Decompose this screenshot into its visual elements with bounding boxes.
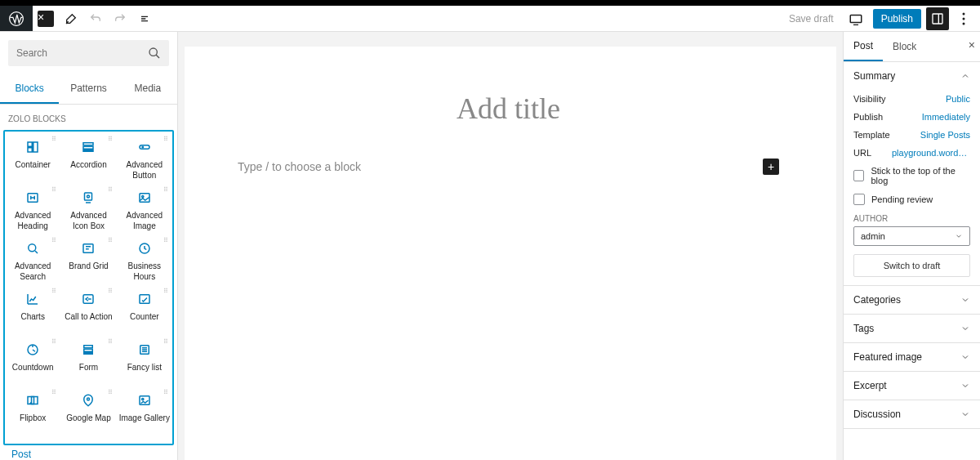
- visibility-label: Visibility: [853, 94, 886, 104]
- block-item-call-to-action[interactable]: ⠿Call to Action: [60, 285, 116, 336]
- counter-icon: [136, 290, 153, 308]
- author-select[interactable]: admin: [853, 226, 970, 246]
- author-label: AUTHOR: [853, 209, 970, 226]
- block-item-container[interactable]: ⠿Container: [5, 133, 60, 184]
- chevron-down-icon: [960, 409, 970, 419]
- block-item-extra-0[interactable]: ⠿: [3, 445, 60, 447]
- container-icon: [24, 138, 41, 156]
- settings-panel-icon[interactable]: [926, 7, 949, 30]
- panel-tags-toggle[interactable]: Tags: [844, 315, 980, 342]
- add-block-button[interactable]: +: [763, 159, 779, 175]
- call-to-action-icon: [80, 290, 96, 308]
- url-value[interactable]: playground.wordpress…: [892, 148, 970, 158]
- post-type-link[interactable]: Post: [0, 447, 177, 460]
- pending-checkbox[interactable]: [853, 194, 865, 205]
- visibility-value[interactable]: Public: [946, 94, 970, 104]
- block-item-google-map[interactable]: ⠿Google Map: [60, 386, 116, 437]
- close-sidebar-icon[interactable]: ×: [969, 38, 975, 51]
- sticky-checkbox[interactable]: [853, 170, 864, 181]
- tab-media[interactable]: Media: [118, 74, 177, 104]
- svg-rect-2: [933, 14, 942, 24]
- switch-to-draft-button[interactable]: Switch to draft: [853, 254, 970, 277]
- block-item-extra-1[interactable]: ⠿: [60, 445, 118, 447]
- pending-label: Pending review: [871, 194, 933, 204]
- tab-blocks[interactable]: Blocks: [0, 74, 59, 104]
- block-item-flipbox[interactable]: ⠿Flipbox: [5, 386, 60, 437]
- block-label: Countdown: [12, 362, 54, 373]
- options-icon[interactable]: [954, 7, 973, 30]
- block-item-image-gallery[interactable]: ⠿Image Gallery: [117, 386, 172, 437]
- svg-rect-9: [33, 142, 38, 152]
- redo-icon[interactable]: [108, 7, 132, 31]
- svg-point-17: [87, 195, 90, 198]
- svg-point-4: [963, 17, 965, 20]
- block-drag-icon: ⠿: [51, 186, 56, 194]
- publish-button[interactable]: Publish: [873, 9, 921, 29]
- block-item-business-hours[interactable]: ⠿Business Hours: [117, 234, 172, 285]
- svg-rect-10: [83, 143, 93, 145]
- block-label: Advanced Button: [118, 159, 171, 181]
- block-label: Form: [79, 362, 98, 373]
- block-drag-icon: ⠿: [108, 237, 113, 244]
- template-value[interactable]: Single Posts: [920, 130, 970, 140]
- svg-rect-24: [140, 295, 149, 304]
- block-item-advanced-icon-box[interactable]: ⠿Advanced Icon Box: [60, 184, 116, 234]
- svg-rect-7: [28, 142, 32, 146]
- chevron-down-icon: [960, 295, 970, 305]
- search-input[interactable]: [8, 40, 169, 66]
- chevron-down-icon: [955, 232, 963, 240]
- content-placeholder[interactable]: Type / to choose a block: [238, 160, 361, 173]
- close-inserter-icon[interactable]: ×: [38, 11, 54, 27]
- block-drag-icon: ⠿: [163, 186, 168, 194]
- block-label: Accordion: [70, 159, 106, 170]
- sidebar-tab-block[interactable]: Block: [883, 33, 926, 60]
- block-label: Advanced Heading: [7, 210, 59, 231]
- chevron-down-icon: [960, 324, 970, 333]
- svg-rect-16: [85, 193, 92, 200]
- undo-icon[interactable]: [83, 7, 108, 31]
- tools-icon[interactable]: [59, 7, 83, 31]
- panel-discussion-toggle[interactable]: Discussion: [844, 400, 980, 428]
- section-zolo-blocks: ZOLO BLOCKS: [3, 109, 174, 130]
- sticky-label: Stick to the top of the blog: [871, 166, 970, 185]
- block-item-countdown[interactable]: ⠿Countdown: [5, 336, 60, 386]
- sidebar-tab-post[interactable]: Post: [844, 32, 883, 61]
- settings-sidebar: Post Block × Summary VisibilityPublic Pu…: [843, 32, 980, 460]
- advanced-heading-icon: [24, 189, 41, 207]
- search-field[interactable]: [16, 47, 148, 59]
- tab-patterns[interactable]: Patterns: [59, 74, 118, 104]
- block-item-counter[interactable]: ⠿Counter: [117, 285, 172, 336]
- advanced-button-icon: [136, 138, 153, 156]
- preview-icon[interactable]: [844, 7, 868, 31]
- save-draft-button[interactable]: Save draft: [784, 10, 839, 28]
- panel-summary-toggle[interactable]: Summary: [844, 62, 980, 90]
- block-item-extra-2[interactable]: ⠿: [117, 445, 174, 447]
- block-item-advanced-image[interactable]: ⠿Advanced Image: [117, 184, 172, 234]
- panel-categories-toggle[interactable]: Categories: [844, 286, 980, 314]
- panel-featured-image-toggle[interactable]: Featured image: [844, 343, 980, 371]
- block-item-brand-grid[interactable]: ⠿Brand Grid: [60, 234, 116, 285]
- author-value: admin: [861, 231, 885, 241]
- post-title-input[interactable]: Add title: [238, 92, 779, 126]
- block-item-charts[interactable]: ⠿Charts: [5, 285, 60, 336]
- panel-summary: Summary VisibilityPublic PublishImmediat…: [844, 62, 980, 286]
- block-item-fancy-list[interactable]: ⠿Fancy list: [117, 336, 172, 386]
- block-item-accordion[interactable]: ⠿Accordion: [60, 133, 116, 184]
- url-label: URL: [853, 148, 871, 158]
- document-overview-icon[interactable]: [132, 7, 157, 31]
- fancy-list-icon: [136, 341, 153, 359]
- block-item-advanced-button[interactable]: ⠿Advanced Button: [117, 133, 172, 184]
- block-drag-icon: ⠿: [108, 288, 113, 295]
- block-item-advanced-heading[interactable]: ⠿Advanced Heading: [5, 184, 60, 234]
- block-label: Call to Action: [65, 311, 112, 322]
- svg-point-19: [141, 195, 143, 197]
- admin-bar: [0, 0, 980, 6]
- block-drag-icon: ⠿: [163, 338, 168, 346]
- block-label: Business Hours: [118, 261, 171, 282]
- block-item-form[interactable]: ⠿Form: [60, 336, 116, 386]
- block-item-advanced-search[interactable]: ⠿Advanced Search: [5, 234, 60, 285]
- panel-excerpt-toggle[interactable]: Excerpt: [844, 372, 980, 400]
- countdown-icon: [24, 341, 41, 359]
- publish-value[interactable]: Immediately: [922, 112, 970, 122]
- wordpress-logo[interactable]: [0, 6, 33, 31]
